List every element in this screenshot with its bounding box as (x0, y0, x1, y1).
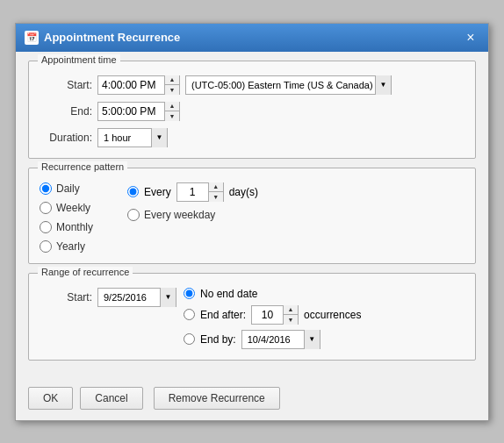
ok-button[interactable]: OK (28, 387, 73, 410)
daily-radio-row: Daily (40, 182, 119, 195)
recurrence-pattern-section: Recurrence pattern Daily Weekly Monthly (28, 168, 476, 264)
duration-label: Duration: (40, 132, 92, 144)
weekly-label[interactable]: Weekly (56, 202, 90, 214)
every-number-input[interactable] (177, 183, 208, 201)
cancel-button[interactable]: Cancel (80, 387, 142, 410)
duration-value: 1 hour (98, 132, 151, 143)
timezone-dropdown[interactable]: (UTC-05:00) Eastern Time (US & Canada) ▼ (185, 75, 392, 95)
end-time-input-container: ▲ ▼ (97, 102, 180, 121)
monthly-radio-row: Monthly (40, 221, 119, 233)
no-end-label[interactable]: No end date (200, 288, 257, 300)
range-start-label: Start: (40, 291, 92, 304)
appointment-recurrence-dialog: 📅 Appointment Recurrence × Appointment t… (15, 23, 489, 421)
range-right: No end date End after: ▲ ▼ (184, 288, 464, 349)
occurrences-down[interactable]: ▼ (284, 315, 298, 325)
range-left: Start: 9/25/2016 ▼ (40, 288, 176, 307)
start-time-input-container: ▲ ▼ (97, 75, 180, 95)
appointment-time-section: Appointment time Start: ▲ ▼ (UTC-05:00) … (28, 61, 476, 159)
end-time-input[interactable] (98, 103, 164, 120)
footer: OK Cancel Remove Recurrence (16, 380, 488, 420)
dialog-icon: 📅 (25, 31, 39, 45)
duration-dropdown[interactable]: 1 hour ▼ (97, 128, 168, 147)
no-end-row: No end date (184, 288, 464, 300)
appointment-time-legend: Appointment time (38, 54, 120, 65)
dialog-title: Appointment Recurrence (44, 31, 180, 44)
yearly-radio-row: Yearly (40, 240, 119, 253)
every-up[interactable]: ▲ (209, 182, 223, 193)
every-weekday-row: Every weekday (127, 209, 464, 221)
every-days-radio[interactable] (127, 186, 139, 197)
every-number-container: ▲ ▼ (176, 182, 224, 202)
end-time-down[interactable]: ▼ (165, 111, 179, 121)
range-section: Range of recurrence Start: 9/25/2016 ▼ N… (28, 273, 476, 361)
start-label: Start: (40, 79, 92, 91)
range-start-value: 9/25/2016 (98, 292, 160, 303)
start-row: Start: ▲ ▼ (UTC-05:00) Eastern Time (US … (40, 75, 464, 95)
end-after-radio[interactable] (184, 309, 195, 320)
range-start-dropdown[interactable]: 9/25/2016 ▼ (97, 288, 176, 307)
monthly-radio[interactable] (40, 221, 52, 233)
occurrences-up[interactable]: ▲ (284, 305, 298, 316)
daily-radio[interactable] (40, 182, 52, 195)
every-row: Every ▲ ▼ day(s) (127, 182, 464, 202)
yearly-radio[interactable] (40, 240, 52, 253)
every-weekday-label[interactable]: Every weekday (144, 209, 215, 221)
start-time-down[interactable]: ▼ (165, 85, 179, 95)
range-legend: Range of recurrence (38, 267, 133, 277)
range-content: Start: 9/25/2016 ▼ No end date (40, 288, 464, 349)
occurrences-label: occurrences (304, 309, 361, 321)
end-time-up[interactable]: ▲ (165, 102, 179, 112)
end-by-value: 10/4/2016 (242, 334, 304, 345)
title-bar: 📅 Appointment Recurrence × (16, 24, 488, 52)
start-time-spinner: ▲ ▼ (164, 75, 179, 95)
close-button[interactable]: × (462, 29, 479, 46)
remove-recurrence-button[interactable]: Remove Recurrence (154, 387, 280, 410)
pattern-right: Every ▲ ▼ day(s) Every weekday (119, 182, 464, 253)
end-time-spinner: ▲ ▼ (164, 102, 179, 121)
recurrence-pattern-legend: Recurrence pattern (38, 161, 127, 172)
weekly-radio-row: Weekly (40, 202, 119, 214)
timezone-arrow: ▼ (375, 75, 391, 95)
every-weekday-radio[interactable] (127, 209, 140, 221)
yearly-label[interactable]: Yearly (56, 240, 85, 253)
every-down[interactable]: ▼ (209, 192, 223, 202)
recurrence-pattern-content: Daily Weekly Monthly Yearly (40, 182, 464, 253)
days-label: day(s) (229, 186, 258, 198)
title-bar-left: 📅 Appointment Recurrence (25, 31, 180, 45)
dialog-body: Appointment time Start: ▲ ▼ (UTC-05:00) … (16, 52, 488, 380)
end-by-radio[interactable] (184, 333, 195, 345)
duration-arrow: ▼ (151, 128, 167, 147)
end-after-label[interactable]: End after: (200, 309, 246, 321)
end-after-row: End after: ▲ ▼ occurrences (184, 305, 464, 325)
end-by-label[interactable]: End by: (200, 333, 236, 346)
range-start-arrow: ▼ (160, 288, 176, 307)
end-by-arrow: ▼ (304, 330, 320, 349)
end-by-row: End by: 10/4/2016 ▼ (184, 330, 464, 349)
daily-label[interactable]: Daily (56, 182, 80, 195)
start-time-up[interactable]: ▲ (165, 75, 179, 86)
no-end-radio[interactable] (184, 288, 195, 299)
occurrences-input[interactable] (252, 306, 283, 324)
pattern-left: Daily Weekly Monthly Yearly (40, 182, 119, 253)
start-time-input[interactable] (98, 76, 164, 94)
every-label[interactable]: Every (144, 186, 171, 198)
weekly-radio[interactable] (40, 202, 52, 214)
end-by-dropdown[interactable]: 10/4/2016 ▼ (241, 330, 320, 349)
duration-row: Duration: 1 hour ▼ (40, 128, 464, 147)
end-row: End: ▲ ▼ (40, 102, 464, 121)
occurrences-container: ▲ ▼ (251, 305, 299, 325)
occurrences-spinner: ▲ ▼ (283, 305, 298, 325)
timezone-value: (UTC-05:00) Eastern Time (US & Canada) (186, 80, 375, 90)
monthly-label[interactable]: Monthly (56, 221, 93, 233)
end-label: End: (40, 105, 92, 118)
every-spinner: ▲ ▼ (208, 182, 223, 202)
